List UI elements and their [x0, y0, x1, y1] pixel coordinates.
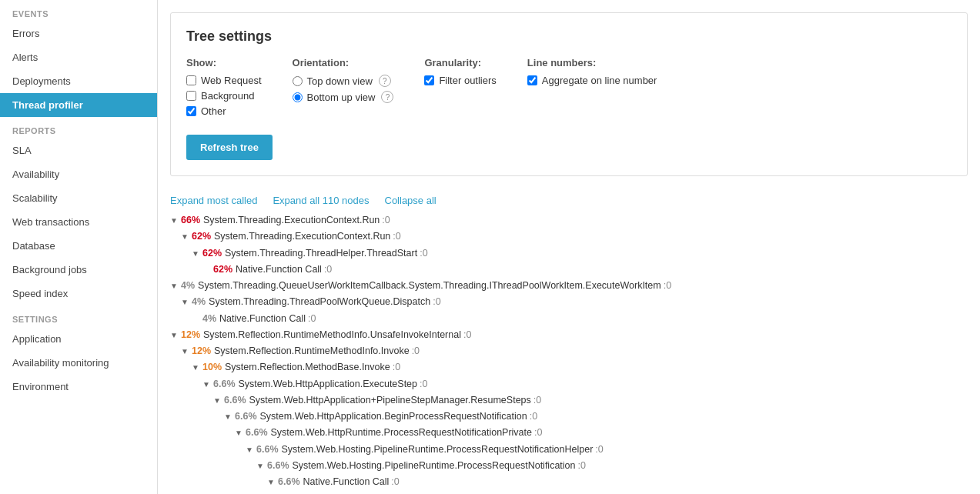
- orientation-group: Orientation: Top down view ? Bottom up v…: [293, 57, 394, 107]
- bottom-up-help-icon[interactable]: ?: [381, 91, 393, 103]
- node-count: :0: [578, 458, 586, 474]
- node-percent: 66%: [181, 212, 200, 229]
- main-content: Tree settings Show: Web Request Backgrou…: [158, 0, 980, 494]
- tree-node: ▼6.6% System.Web.HttpApplication+Pipelin…: [170, 392, 980, 409]
- filter-outliers-option: Filter outliers: [424, 75, 496, 86]
- tree-node: ▼6.6% System.Web.HttpApplication.Execute…: [170, 376, 980, 392]
- filter-outliers-checkbox[interactable]: [424, 75, 434, 85]
- tree-toggle-icon[interactable]: ▼: [213, 394, 224, 407]
- node-percent: 62%: [192, 229, 211, 245]
- node-percent: 4%: [192, 294, 206, 310]
- tree-toggle-icon[interactable]: ▼: [170, 279, 181, 292]
- top-down-label: Top down view: [307, 75, 373, 87]
- node-percent: 6.6%: [278, 474, 300, 490]
- node-name: System.Threading.ExecutionContext.Run: [214, 229, 390, 245]
- tree-settings-title: Tree settings: [186, 28, 952, 45]
- aggregate-line-checkbox[interactable]: [527, 75, 537, 85]
- show-background-checkbox[interactable]: [186, 91, 196, 101]
- expand-all-link[interactable]: Expand all 110 nodes: [273, 195, 369, 206]
- node-percent: 10%: [202, 359, 222, 376]
- tree-node: 4% Native.Function Call:0: [170, 311, 980, 327]
- orientation-label: Orientation:: [293, 57, 394, 68]
- tree-toggle-icon[interactable]: ▼: [181, 230, 192, 243]
- tree-node: ▼10% System.Reflection.MethodBase.Invoke…: [170, 359, 980, 376]
- tree-toggle-icon[interactable]: ▼: [235, 426, 246, 439]
- tree-toggle-icon[interactable]: ▼: [192, 361, 202, 374]
- bottom-up-radio[interactable]: [293, 92, 303, 102]
- show-other-checkbox[interactable]: [186, 106, 196, 116]
- expand-most-called-link[interactable]: Expand most called: [170, 195, 257, 206]
- sidebar-item-scalability[interactable]: Scalability: [0, 186, 157, 210]
- tree-toggle-icon[interactable]: ▼: [224, 410, 235, 423]
- node-percent: 62%: [213, 262, 232, 278]
- show-other-label: Other: [201, 105, 226, 117]
- node-count: :0: [382, 212, 390, 229]
- filter-outliers-label: Filter outliers: [439, 75, 496, 86]
- node-name: System.Reflection.RuntimeMethodInfo.Unsa…: [203, 327, 461, 343]
- tree-toggle-icon[interactable]: ▼: [192, 247, 202, 260]
- show-other: Other: [186, 105, 262, 117]
- tree-node: ▼12% System.Reflection.RuntimeMethodInfo…: [170, 343, 980, 359]
- settings-section-label: SETTINGS: [0, 305, 157, 327]
- node-percent: 12%: [181, 327, 200, 343]
- node-count: :0: [533, 392, 541, 409]
- tree-node: ▼6.6% System.Web.HttpApplication.BeginPr…: [170, 409, 980, 425]
- node-count: :0: [534, 425, 542, 441]
- refresh-tree-button[interactable]: Refresh tree: [186, 135, 273, 160]
- line-numbers-label: Line numbers:: [527, 57, 657, 68]
- sidebar-item-thread-profiler[interactable]: Thread profiler: [0, 93, 157, 117]
- node-percent: 12%: [192, 343, 211, 359]
- sidebar-item-background-jobs[interactable]: Background jobs: [0, 258, 157, 282]
- sidebar-item-database[interactable]: Database: [0, 234, 157, 258]
- tree-toggle-icon[interactable]: ▼: [256, 459, 267, 472]
- node-name: System.Threading.ThreadPoolWorkQueue.Dis…: [209, 294, 430, 310]
- tree-toggle-icon[interactable]: ▼: [246, 443, 256, 456]
- tree-toggle-icon[interactable]: ▼: [170, 329, 181, 342]
- tree-toggle-icon[interactable]: ▼: [181, 345, 192, 358]
- tree-node: ▼66% System.Threading.ExecutionContext.R…: [170, 212, 980, 229]
- node-name: System.Web.HttpApplication.BeginProcessR…: [260, 409, 527, 425]
- tree-node: ▼62% System.Threading.ExecutionContext.R…: [170, 229, 980, 245]
- sidebar-item-availability-monitoring[interactable]: Availability monitoring: [0, 351, 157, 375]
- show-background: Background: [186, 90, 262, 102]
- tree-container: ▼66% System.Threading.ExecutionContext.R…: [158, 209, 980, 494]
- tree-toggle-icon[interactable]: ▼: [181, 295, 192, 309]
- tree-node: ▼6.6% Native.Function Call:0: [170, 474, 980, 490]
- sidebar-item-environment[interactable]: Environment: [0, 375, 157, 399]
- node-name: System.Reflection.MethodBase.Invoke: [225, 359, 390, 376]
- top-down-help-icon[interactable]: ?: [379, 75, 391, 87]
- node-name: System.Reflection.RuntimeMethodInfo.Invo…: [214, 343, 410, 359]
- node-count: :0: [393, 229, 400, 245]
- node-count: :0: [391, 474, 399, 490]
- sidebar-item-sla[interactable]: SLA: [0, 139, 157, 162]
- top-down-option: Top down view ?: [293, 75, 394, 87]
- node-name: System.Threading.ExecutionContext.Run: [203, 212, 380, 229]
- node-name: System.Web.Hosting.PipelineRuntime.Proce…: [293, 458, 576, 474]
- node-count: :0: [433, 294, 440, 310]
- sidebar-item-speed-index[interactable]: Speed index: [0, 282, 157, 305]
- tree-toggle-icon[interactable]: ▼: [170, 214, 181, 227]
- node-count: :0: [420, 245, 427, 262]
- node-count: :0: [463, 327, 471, 343]
- node-percent: 6.6%: [235, 409, 257, 425]
- node-percent: 62%: [202, 245, 222, 262]
- tree-actions: Expand most called Expand all 110 nodes …: [158, 189, 980, 209]
- sidebar-item-web-transactions[interactable]: Web transactions: [0, 210, 157, 234]
- show-web-request-checkbox[interactable]: [186, 75, 196, 85]
- tree-toggle-icon[interactable]: ▼: [267, 476, 278, 489]
- reports-section-label: REPORTS: [0, 117, 157, 139]
- node-name: System.Web.HttpRuntime.ProcessRequestNot…: [271, 425, 533, 441]
- sidebar-item-availability[interactable]: Availability: [0, 162, 157, 186]
- node-percent: 4%: [181, 278, 195, 294]
- sidebar-item-application[interactable]: Application: [0, 327, 157, 351]
- sidebar-item-alerts[interactable]: Alerts: [0, 45, 157, 69]
- top-down-radio[interactable]: [293, 76, 303, 86]
- sidebar-item-errors[interactable]: Errors: [0, 22, 157, 45]
- tree-toggle-icon[interactable]: ▼: [202, 378, 213, 391]
- collapse-all-link[interactable]: Collapse all: [385, 195, 436, 206]
- node-count: :0: [393, 359, 400, 376]
- events-section-label: EVENTS: [0, 0, 157, 22]
- node-name: Native.Function Call: [303, 474, 390, 490]
- node-percent: 6.6%: [224, 392, 246, 409]
- sidebar-item-deployments[interactable]: Deployments: [0, 69, 157, 93]
